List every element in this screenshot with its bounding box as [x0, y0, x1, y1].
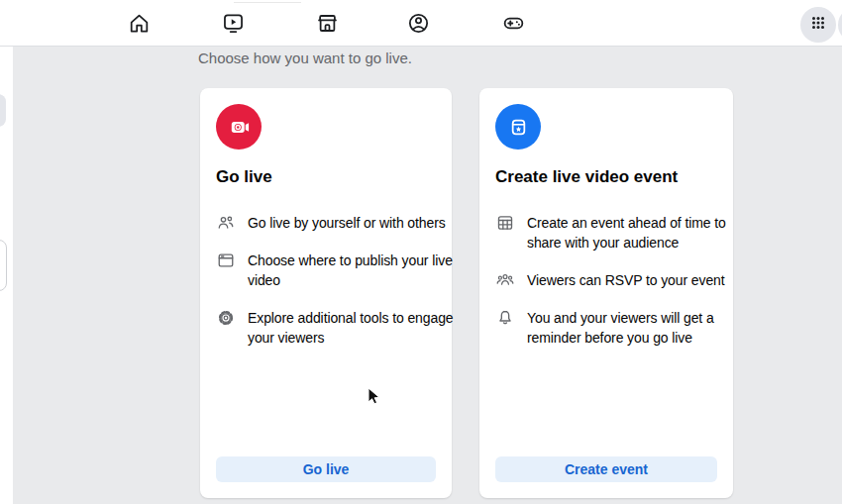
go-live-button[interactable]: Go live: [216, 456, 436, 482]
gaming-icon: [501, 11, 526, 36]
feature-text: Choose where to publish your live video: [248, 251, 453, 290]
group-icon: [495, 270, 515, 290]
sidebar-edge-pill: [0, 94, 6, 127]
feature-item: Go live by yourself or with others: [216, 213, 436, 233]
card-title: Go live: [216, 167, 436, 187]
bell-icon: [495, 308, 515, 328]
apps-grid-icon: [809, 14, 827, 36]
feature-text: Go live by yourself or with others: [248, 213, 446, 233]
feature-list: Go live by yourself or with others Choos…: [216, 213, 436, 348]
feature-item: Create an event ahead of time to share w…: [495, 213, 717, 252]
feature-item: Choose where to publish your live video: [216, 251, 436, 290]
nav-tab-groups[interactable]: [398, 3, 438, 43]
go-live-screen: Choose how you want to go live. Go live: [0, 0, 842, 504]
feature-text: Create an event ahead of time to share w…: [527, 213, 726, 252]
window-icon: [216, 251, 236, 270]
feature-text: You and your viewers will get a reminder…: [527, 308, 714, 348]
sidebar-edge-card: [0, 240, 7, 291]
watch-icon: [221, 11, 246, 36]
feature-item: Viewers can RSVP to your event: [495, 270, 717, 290]
dialog-subtitle: Choose how you want to go live.: [198, 50, 412, 66]
marketplace-icon: [315, 11, 340, 36]
go-live-card: Go live Go live by yourself or with othe…: [200, 88, 452, 498]
card-title: Create live video event: [495, 167, 717, 187]
top-navigation-bar: [0, 0, 842, 47]
feature-list: Create an event ahead of time to share w…: [495, 213, 717, 348]
live-video-icon: [216, 104, 262, 150]
feature-text: Viewers can RSVP to your event: [527, 270, 725, 290]
gear-icon: [216, 308, 236, 328]
nav-tab-marketplace[interactable]: [307, 3, 347, 43]
home-icon: [127, 11, 152, 36]
nav-tab-home[interactable]: [119, 3, 158, 43]
people-icon: [216, 213, 236, 233]
create-event-card: Create live video event Create an event …: [479, 88, 733, 498]
feature-item: You and your viewers will get a reminder…: [495, 308, 717, 348]
nav-tab-gaming[interactable]: [493, 3, 533, 43]
nav-extra-button-partial[interactable]: [838, 7, 842, 43]
calendar-grid-icon: [495, 213, 515, 233]
create-event-button[interactable]: Create event: [495, 456, 717, 482]
calendar-event-icon: [495, 104, 541, 150]
apps-menu-button[interactable]: [800, 7, 836, 43]
feature-text: Explore additional tools to engage your …: [248, 308, 454, 348]
nav-tab-watch[interactable]: [213, 3, 253, 43]
groups-icon: [406, 11, 431, 36]
feature-item: Explore additional tools to engage your …: [216, 308, 436, 348]
